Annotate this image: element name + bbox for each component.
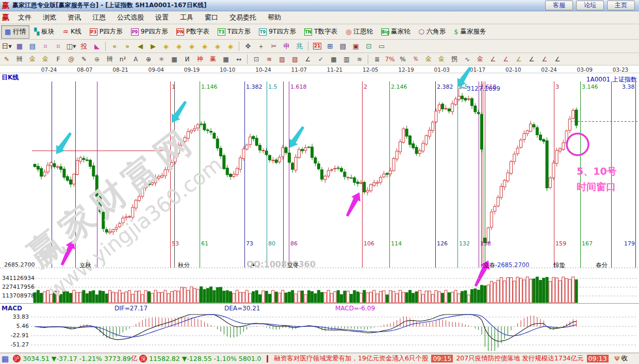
- color-volume-icon[interactable]: ◣: [91, 41, 103, 52]
- angle-f-icon[interactable]: ∠: [500, 54, 512, 65]
- news-ticker-2[interactable]: 207只疫情防控债落地 发行规模达1734亿元: [456, 354, 583, 363]
- compass-icon[interactable]: ⊕: [142, 54, 155, 65]
- quotes-button[interactable]: ▦行情: [1, 25, 29, 39]
- print-icon[interactable]: ▭: [375, 41, 388, 52]
- menu-item-窗口[interactable]: 窗口: [199, 13, 224, 22]
- check-curve-icon[interactable]: ✓: [315, 54, 327, 65]
- winner-service-button[interactable]: $赢家服务: [450, 25, 489, 39]
- drag-hand-icon[interactable]: ✥: [242, 41, 254, 52]
- menu-item-公式选股[interactable]: 公式选股: [111, 13, 150, 22]
- menu-item-江恩[interactable]: 江恩: [87, 13, 111, 22]
- pct-line-icon[interactable]: ％: [409, 54, 422, 65]
- period-day-icon[interactable]: 日▾: [1, 41, 13, 52]
- rays-icon[interactable]: ≋: [263, 54, 275, 65]
- titlebar-button-1[interactable]: 客服: [545, 1, 573, 10]
- menu-item-文件[interactable]: 文件: [12, 13, 37, 22]
- spiral-icon[interactable]: @: [65, 54, 77, 65]
- box-hatch-icon[interactable]: ▨: [276, 54, 288, 65]
- bars-9-icon[interactable]: ⌗: [52, 41, 64, 52]
- wave-icon[interactable]: ∿: [461, 54, 473, 65]
- notebook-icon[interactable]: ▤: [337, 41, 349, 52]
- angle-icon[interactable]: ∠: [302, 54, 314, 65]
- sectors-button[interactable]: ▚板块: [30, 25, 58, 39]
- menu-item-浏览[interactable]: 浏览: [37, 13, 62, 22]
- grid125-icon[interactable]: ▦: [220, 54, 232, 65]
- shen-icon[interactable]: 神: [194, 54, 206, 65]
- winner-wheel-button[interactable]: Big赢家轮: [378, 25, 414, 39]
- hatch-icon[interactable]: 卌: [13, 54, 26, 65]
- diag-lines-icon[interactable]: ≋: [353, 54, 366, 65]
- calculator-icon[interactable]: ⊞: [324, 41, 336, 52]
- first-bar-icon[interactable]: «: [108, 41, 121, 52]
- gold-circle-icon[interactable]: 金: [422, 54, 435, 65]
- t-square-button[interactable]: T3T四方形: [214, 25, 254, 39]
- angle-four-icon[interactable]: ∠: [551, 54, 564, 65]
- grid2-icon[interactable]: ▦: [327, 54, 340, 65]
- bars-plus-icon[interactable]: ≣: [371, 54, 383, 65]
- news-ticker-1[interactable]: 融资客对医疗领域宠爱有加，19亿元资金涌入6只个股: [274, 354, 429, 363]
- p9-square-button[interactable]: P99P四方形: [127, 25, 172, 39]
- menu-item-交易委托[interactable]: 交易委托: [224, 13, 262, 22]
- pencil2-icon[interactable]: ✎: [78, 54, 90, 65]
- quote-grid-icon[interactable]: ▦: [2, 354, 9, 363]
- save-icon[interactable]: ▣: [350, 41, 362, 52]
- pattern-red-icon[interactable]: 投: [78, 41, 90, 52]
- angle-ying-icon[interactable]: ∠: [538, 54, 551, 65]
- n2-icon[interactable]: n²: [117, 54, 129, 65]
- bars-3-icon[interactable]: ⌗: [39, 41, 52, 52]
- angle-gold-icon[interactable]: ∠: [513, 54, 525, 65]
- box-x-icon[interactable]: ▧: [289, 54, 301, 65]
- ying-icon[interactable]: 赢: [207, 54, 219, 65]
- p-number-button[interactable]: PNP数字表: [173, 25, 213, 39]
- gann-wheel-button[interactable]: ◎江恩轮: [342, 25, 376, 39]
- share-icon[interactable]: ⊡: [363, 41, 375, 52]
- hexagon-button[interactable]: ⬡六角形: [415, 25, 449, 39]
- menu-item-工具[interactable]: 工具: [174, 13, 199, 22]
- angle-j-icon[interactable]: ∠: [487, 54, 499, 65]
- info-report-icon[interactable]: ▤: [26, 41, 39, 52]
- a-line-icon[interactable]: A: [129, 54, 142, 65]
- i-mark-icon[interactable]: И: [181, 54, 193, 65]
- angle-retreat-icon[interactable]: ∠: [526, 54, 538, 65]
- diamond-expand-all-icon[interactable]: ◈: [224, 41, 237, 52]
- pct-icon[interactable]: %: [397, 54, 409, 65]
- seven-pct-icon[interactable]: 7%: [384, 54, 396, 65]
- gold-line-icon[interactable]: 金: [435, 54, 448, 65]
- shanghai-market-icon[interactable]: 沪: [13, 355, 21, 362]
- window-layout-icon[interactable]: ▦: [13, 41, 26, 52]
- grid-target-icon[interactable]: ▦: [168, 54, 181, 65]
- h-arrows-icon[interactable]: ↔: [233, 54, 245, 65]
- last-bar-icon[interactable]: »: [121, 41, 134, 52]
- gann-box-icon[interactable]: 申: [281, 41, 293, 52]
- shenzhen-market-icon[interactable]: 深: [139, 355, 147, 362]
- titlebar-button-2[interactable]: 论坛: [576, 1, 604, 10]
- kline-button[interactable]: ♒K线: [59, 25, 85, 39]
- candle-style-icon[interactable]: ◫▾: [65, 41, 77, 52]
- gold-gate2-icon[interactable]: 金: [39, 54, 52, 65]
- guai-icon[interactable]: 拐: [448, 54, 461, 65]
- diamond-right-icon[interactable]: ◈: [173, 41, 185, 52]
- prev-bar-icon[interactable]: ◀: [134, 41, 146, 52]
- crosshair-icon[interactable]: ＋: [255, 41, 267, 52]
- t9-square-button[interactable]: T99T四方形: [255, 25, 300, 39]
- cut-icon[interactable]: ✂: [268, 41, 280, 52]
- globe-icon[interactable]: ⊕: [91, 54, 103, 65]
- menu-item-设置[interactable]: 设置: [150, 13, 174, 22]
- hatch2-icon[interactable]: 卌: [104, 54, 116, 65]
- titlebar-button-3[interactable]: 主页: [607, 1, 635, 10]
- fibo-f-icon[interactable]: F: [52, 54, 64, 65]
- t-number-button[interactable]: TNT数字表: [301, 25, 341, 39]
- diamond-expand-h-icon[interactable]: ◈: [186, 41, 198, 52]
- gold-gate-icon[interactable]: 金: [26, 54, 39, 65]
- menu-item-资讯[interactable]: 资讯: [62, 13, 87, 22]
- menu-item-帮助[interactable]: 帮助: [262, 13, 287, 22]
- diamond-expand-v-icon[interactable]: ◈: [211, 41, 224, 52]
- box-tool-icon[interactable]: ⊡: [250, 54, 263, 65]
- next-bar-icon[interactable]: ▶: [147, 41, 159, 52]
- diamond-left-icon[interactable]: ◈: [160, 41, 172, 52]
- web-icon[interactable]: ✳: [155, 54, 168, 65]
- diamond-compress-h-icon[interactable]: ◈: [199, 41, 211, 52]
- calendar-icon[interactable]: 21: [311, 41, 323, 52]
- grid3-icon[interactable]: ▥: [340, 54, 353, 65]
- gold-red-icon[interactable]: 金: [474, 54, 486, 65]
